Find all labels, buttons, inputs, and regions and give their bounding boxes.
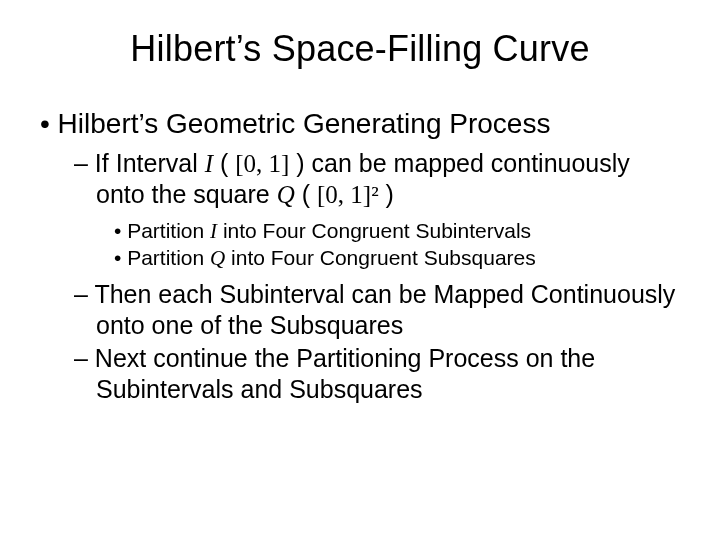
var-I: I (205, 150, 213, 177)
bullet-l3-partition-I: Partition I into Four Congruent Subinter… (114, 219, 680, 244)
var-Q: Q (277, 181, 295, 208)
slide: Hilbert’s Space-Filling Curve Hilbert’s … (0, 0, 720, 540)
text: into Four Congruent Subsquares (225, 246, 536, 269)
interval-01: [0, 1] (235, 150, 289, 177)
bullet-l2-if-interval: If Interval I ( [0, 1] ) can be mapped c… (74, 148, 680, 211)
square-01: [0, 1]² (317, 181, 379, 208)
text: ) (379, 180, 394, 208)
bullet-l1: Hilbert’s Geometric Generating Process (40, 108, 680, 140)
text: into Four Congruent Subintervals (217, 219, 531, 242)
slide-title: Hilbert’s Space-Filling Curve (40, 28, 680, 70)
text: Partition (127, 219, 210, 242)
text: If Interval (95, 149, 205, 177)
var-Q: Q (210, 246, 225, 270)
var-I: I (210, 219, 217, 243)
bullet-l2-then: Then each Subinterval can be Mapped Cont… (74, 279, 680, 342)
bullet-l2-next: Next continue the Partitioning Process o… (74, 343, 680, 406)
text: Partition (127, 246, 210, 269)
text: ( (295, 180, 317, 208)
bullet-l3-partition-Q: Partition Q into Four Congruent Subsquar… (114, 246, 680, 271)
text: ( (213, 149, 235, 177)
